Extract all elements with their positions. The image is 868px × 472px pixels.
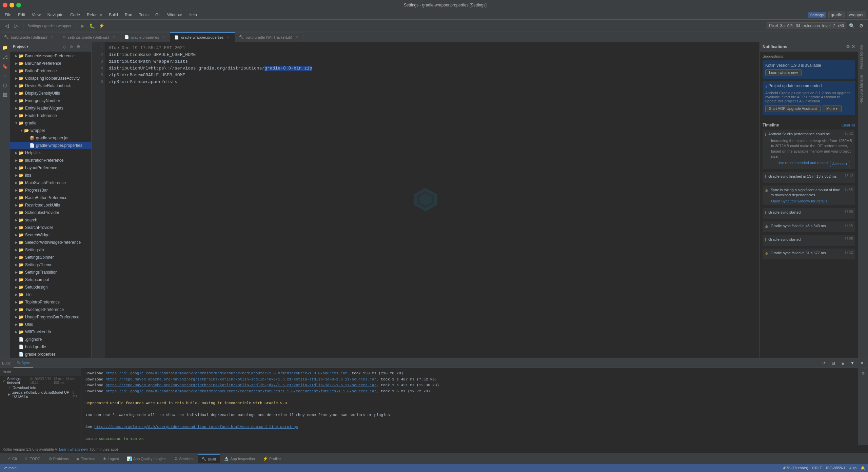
tree-item-entity[interactable]: ▶ 📂 EntityHeaderWidgets (10, 104, 91, 112)
toolbar-gradle-label[interactable]: gradle (828, 12, 844, 18)
bottom-tool-app-inspection[interactable]: 🔬 App Inspection (220, 454, 259, 463)
toolbar-project-selector[interactable]: Settings (808, 12, 827, 18)
toolbar-debug-btn[interactable]: 🐛 (88, 22, 96, 30)
bottom-tool-services[interactable]: ⚙ Services (171, 454, 197, 463)
tree-item-gradle-wrapper-properties[interactable]: 📄 gradle-wrapper.properties (10, 142, 91, 149)
tree-item-wifitrackerlib[interactable]: ▶ 📂 WifiTrackerLib (10, 328, 91, 336)
start-agp-btn[interactable]: Start AGP Upgrade Assistant (765, 105, 821, 112)
right-panel-process-monitor[interactable]: Process Monitor (858, 42, 868, 72)
tree-item-restrictedlock[interactable]: ▶ 📂 RestrictedLockUtils (10, 201, 91, 209)
tree-item-footer[interactable]: ▶ 📂 FooterPreference (10, 112, 91, 119)
tree-item-emergency[interactable]: ▶ 📂 EmergencyNumber (10, 97, 91, 104)
menu-file[interactable]: File (2, 12, 14, 18)
bottom-strip-icon[interactable]: ⚙ (859, 369, 867, 377)
learn-whats-new-btn[interactable]: Learn what's new (765, 69, 802, 76)
tree-item-searchprovider[interactable]: ▶ 📂 SearchProvider (10, 224, 91, 231)
actions-dropdown-btn[interactable]: Actions ▾ (830, 161, 850, 167)
toolbar-profile-btn[interactable]: ⚡ (98, 22, 106, 30)
tree-item-radiobutton[interactable]: ▶ 📂 RadioButtonPreference (10, 194, 91, 201)
bottom-toolbar-down-btn[interactable]: ▼ (848, 359, 856, 367)
tab-close-settings-gradle[interactable]: ✕ (111, 35, 116, 40)
tree-item-setupcompat[interactable]: ▶ 📂 Setupcompat (10, 276, 91, 283)
tree-item-helputils[interactable]: ▶ 📂 HelpUtils (10, 149, 91, 157)
side-icon-git[interactable]: ⎇ (1, 53, 9, 61)
panel-settings-btn[interactable]: ⚙ (75, 44, 81, 50)
side-icon-bookmarks[interactable]: 🔖 (1, 62, 9, 71)
panel-more-btn[interactable]: − (82, 44, 88, 50)
bottom-tool-git[interactable]: ⎇ Git (3, 454, 21, 463)
tree-item-progressbar[interactable]: ▶ 📂 ProgressBar (10, 186, 91, 194)
tree-item-displaydensity[interactable]: ▶ 📂 DisplayDensityUtils (10, 90, 91, 97)
tree-item-gradle-properties[interactable]: 📄 gradle.properties (10, 351, 91, 358)
bottom-tool-terminal[interactable]: ▶ Terminal (73, 454, 99, 463)
notifications-settings-btn[interactable]: ⚙ (846, 44, 850, 49)
tree-item-bannerpreference[interactable]: ▶ 📂 BannerMessagePreference (10, 52, 91, 60)
toolbar-back-btn[interactable]: ◁ (3, 22, 11, 30)
status-encoding[interactable]: ISO-8859-1 (826, 466, 845, 470)
toolbar-run-btn[interactable]: ▶ (79, 22, 87, 30)
toolbar-settings-btn[interactable]: ⚙ (857, 22, 865, 30)
status-git-branch[interactable]: ⎇ main (3, 466, 17, 470)
output-panel[interactable]: Download https://dl.google.com/dl/androi… (81, 368, 858, 445)
close-button[interactable] (3, 3, 7, 7)
status-notifications-icon[interactable]: 🔔 (861, 466, 865, 470)
tree-item-gitignore[interactable]: 📄 .gitignore (10, 336, 91, 343)
open-sync-link[interactable]: Open Sync tool window for details (771, 199, 853, 203)
tree-item-searchwidget[interactable]: ▶ 📂 SearchWidget (10, 231, 91, 239)
tree-item-libs[interactable]: ▶ 📂 libs (10, 172, 91, 179)
bottom-tool-logcat[interactable]: ✱ Logcat (100, 454, 123, 463)
side-icon-resource-manager[interactable]: 🖼 (1, 91, 9, 99)
tree-item-gradle-wrapper-jar[interactable]: 📦 gradle-wrapper.jar (10, 134, 91, 142)
kotlin-learn-link[interactable]: Learn what's new (59, 447, 88, 451)
menu-build[interactable]: Build (106, 12, 121, 18)
build-tree-settings-finished[interactable]: ✓ Settings: finished At 2023/12/19 18:12… (0, 377, 81, 384)
bottom-tool-profiler[interactable]: ⚡ Profiler (259, 454, 285, 463)
tab-build-gradle-settings[interactable]: 🔨 build.gradle (Settings) ✕ (0, 32, 58, 42)
tree-item-collapsing[interactable]: ▶ 📂 CollapsingToolbarBaseActivity (10, 75, 91, 82)
toolbar-device-label[interactable]: Pixel_3a_API_34_extension_level_7_x86 (767, 22, 846, 29)
toolbar-forward-btn[interactable]: ▷ (12, 22, 20, 30)
output-link-3[interactable]: https://repo.maven.apache.org/maven2/org… (105, 383, 376, 387)
tree-item-usageprogress[interactable]: ▶ 📂 UsageProgressBarPreference (10, 313, 91, 321)
menu-window[interactable]: Window (164, 12, 184, 18)
clear-all-btn[interactable]: Clear all (842, 123, 855, 127)
tree-item-illustration[interactable]: ▶ 📂 IllustrationPreference (10, 157, 91, 164)
tree-item-utils[interactable]: ▶ 📂 Utils (10, 321, 91, 328)
tab-close-gradle-properties[interactable]: ✕ (161, 35, 166, 40)
tree-item-wrapper[interactable]: ▼ 📂 wrapper (10, 127, 91, 134)
tree-item-settingslib[interactable]: ▶ 📂 Settingslib (10, 246, 91, 254)
tree-item-devicestate[interactable]: ▶ 📂 DeviceStateRotationLock (10, 82, 91, 90)
bottom-toolbar-restart-btn[interactable]: ↺ (820, 359, 828, 367)
menu-code[interactable]: Code (67, 12, 83, 18)
tree-item-build-gradle[interactable]: 📄 build.gradle (10, 343, 91, 351)
menu-navigate[interactable]: Navigate (45, 12, 66, 18)
right-panel-resource-manager[interactable]: Resource Manager (858, 72, 868, 106)
output-link-1[interactable]: https://dl.google.com/dl/android/maven2/… (105, 371, 347, 375)
tree-item-settingstheme[interactable]: ▶ 📂 SettingsTheme (10, 261, 91, 269)
bottom-tool-app-quality[interactable]: 📊 App Quality Insights (123, 454, 170, 463)
tab-settings-gradle[interactable]: ⚙ settings.gradle (Settings) ✕ (58, 32, 120, 42)
use-recommended-btn[interactable]: Use recommended and restart (777, 161, 828, 167)
menu-git[interactable]: Git (153, 12, 163, 18)
tree-item-search[interactable]: ▶ 📂 search (10, 216, 91, 224)
bottom-tool-build[interactable]: 🔨 Build (198, 454, 220, 463)
menu-tools[interactable]: Tools (136, 12, 151, 18)
tree-item-settingstransition[interactable]: ▶ 📂 SettingsTransition (10, 269, 91, 276)
build-tree-prepare-kotlin[interactable]: ▶ :prepareKotlinBuildScriptModel UP-TO-D… (0, 391, 81, 398)
tab-close-build-gradle-settings[interactable]: ✕ (49, 35, 54, 40)
side-icon-build-variants[interactable]: ⬡ (1, 81, 9, 90)
side-icon-structure[interactable]: ≡ (1, 72, 9, 80)
side-icon-project[interactable]: 📁 (1, 43, 9, 52)
bottom-tool-todo[interactable]: ☑ TODO (21, 454, 44, 463)
tree-item-tile[interactable]: ▶ 📂 Tile (10, 291, 91, 298)
tab-close-build-gradle-wifi[interactable]: ✕ (294, 35, 299, 40)
panel-expand-btn[interactable]: ⊕ (68, 44, 74, 50)
toolbar-wrapper-label[interactable]: wrapper (847, 12, 866, 18)
toolbar-search-btn[interactable]: 🔍 (848, 22, 856, 30)
maximize-button[interactable] (16, 3, 21, 7)
tree-item-settingsspinner[interactable]: ▶ 📂 SettingsSpinner (10, 254, 91, 261)
menu-run[interactable]: Run (122, 12, 135, 18)
bottom-toolbar-filter-btn[interactable]: ⊟ (829, 359, 837, 367)
bottom-toolbar-close-btn[interactable]: ✕ (858, 359, 866, 367)
bottom-tool-problems[interactable]: ⊕ Problems (45, 454, 73, 463)
